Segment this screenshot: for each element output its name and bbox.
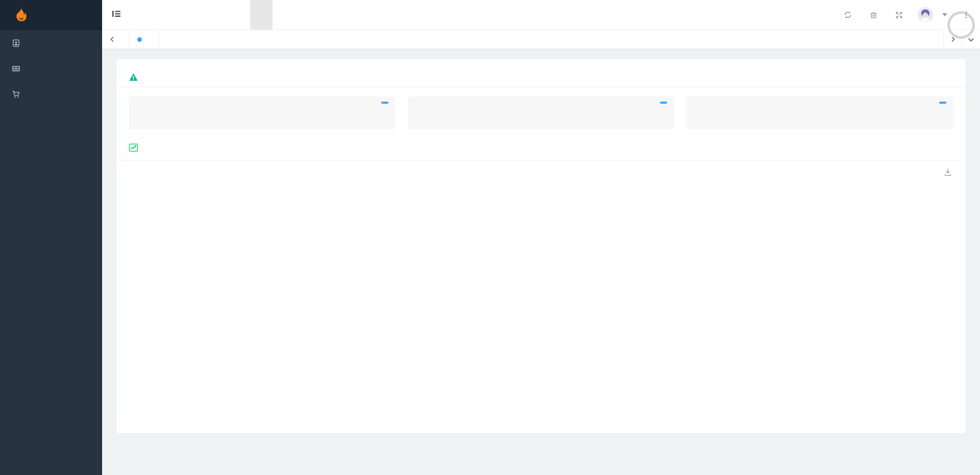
download-chart-button[interactable]	[943, 168, 952, 179]
topnav-item-operation[interactable]	[160, 0, 183, 30]
report-stats-header	[129, 136, 953, 160]
top-nav	[138, 0, 273, 30]
stat-card-shareholders	[129, 97, 396, 129]
top-header	[102, 0, 980, 30]
sidebar-collapse-button[interactable]	[102, 0, 131, 30]
flame-logo-icon	[13, 6, 29, 25]
refresh-icon	[843, 10, 852, 19]
tab-dashboard-home[interactable]	[129, 30, 160, 49]
warning-triangle-icon	[129, 73, 138, 83]
user-menu[interactable]	[918, 7, 947, 22]
main-area	[102, 0, 980, 475]
clear-cache-button[interactable]	[867, 8, 880, 21]
status-badge	[381, 102, 388, 104]
download-icon	[943, 168, 952, 177]
topbar-actions	[841, 0, 980, 30]
stat-card-members	[687, 97, 953, 129]
trash-icon	[869, 10, 878, 19]
topnav-item-order[interactable]	[228, 0, 250, 30]
tabs-scroll-left-button[interactable]	[102, 30, 122, 49]
chart-header	[129, 167, 953, 182]
orders-line-chart	[129, 184, 952, 424]
kebab-menu-icon	[963, 11, 970, 19]
content-area	[102, 49, 980, 475]
stats-row	[129, 97, 953, 129]
cart-icon	[12, 90, 20, 100]
trend-chart-icon	[129, 143, 138, 154]
sidebar	[0, 0, 102, 475]
fullscreen-icon	[895, 11, 903, 19]
status-badge	[939, 102, 946, 104]
avatar	[918, 7, 933, 22]
active-tab-dot	[137, 37, 142, 42]
tab-bar	[102, 30, 980, 49]
sidebar-item-finance-stats[interactable]	[0, 57, 102, 82]
app-root	[0, 0, 980, 475]
banknote-icon	[12, 64, 20, 75]
refresh-button[interactable]	[841, 8, 854, 21]
stat-card-salesmen	[408, 97, 675, 129]
collapse-menu-icon	[111, 9, 121, 21]
tabs-menu-button[interactable]	[962, 30, 980, 49]
fullscreen-button[interactable]	[892, 8, 905, 21]
topnav-item-system[interactable]	[138, 0, 160, 30]
sidebar-item-order-stats[interactable]	[0, 82, 102, 108]
chevron-left-icon	[109, 36, 115, 42]
topnav-item-statistics[interactable]	[250, 0, 273, 30]
chevron-right-icon	[950, 36, 956, 42]
dashboard-card	[116, 59, 966, 433]
orders-chart	[129, 184, 953, 426]
sidebar-item-member-stats[interactable]	[0, 31, 102, 57]
id-card-icon	[12, 39, 20, 49]
sidebar-menu	[0, 30, 102, 108]
chevron-down-icon	[968, 36, 974, 43]
tabbar-spacer	[160, 30, 943, 49]
status-badge	[660, 102, 667, 104]
more-options-button[interactable]	[960, 8, 973, 21]
divider	[116, 160, 966, 160]
topnav-item-finance[interactable]	[205, 0, 228, 30]
topnav-item-member[interactable]	[183, 0, 205, 30]
tabs-scroll-right-button[interactable]	[943, 30, 962, 49]
data-stats-header	[129, 59, 953, 87]
divider	[116, 87, 966, 87]
chevron-down-icon	[942, 13, 947, 16]
brand-logo[interactable]	[0, 0, 102, 30]
